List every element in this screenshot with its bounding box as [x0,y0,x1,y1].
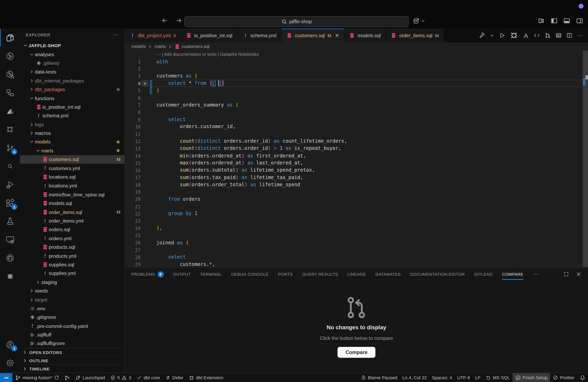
tree-item-models[interactable]: models [20,138,125,146]
code-line[interactable]: 14 min(orders.ordered_at) as first_order… [125,152,588,159]
dbt-x-filled-activity-item[interactable] [0,267,20,286]
go-forward-button[interactable] [176,17,182,24]
section-timeline[interactable]: TIMELINE [20,364,125,373]
go-back-button[interactable] [161,17,168,24]
tree-item-jaffle-shop[interactable]: JAFFLE-SHOP [20,41,125,50]
status-eol[interactable]: LF [473,373,483,382]
status-blame-paused[interactable]: Blame Paused [358,373,400,382]
tree-item-sqlfluff[interactable]: .sqlfluff [20,330,125,339]
line-number[interactable]: 19 [125,189,141,195]
line-number[interactable]: 21 [125,204,141,209]
dbt-x-outline-activity-item[interactable] [0,120,20,139]
status-problems-summary[interactable]: 53 [108,373,134,382]
code-line[interactable]: 17 sum(orders.tax_paid) as lifetime_tax_… [125,174,588,181]
status-dbt-core[interactable]: dbt core [134,373,163,382]
status-defer[interactable]: Defer [163,373,186,382]
code-line[interactable]: 28 select [125,253,588,261]
code-line[interactable]: 19 [125,188,588,196]
status-prettier[interactable]: Prettier [550,373,577,382]
more-icon[interactable] [577,32,583,38]
source-control-activity-item[interactable]: 4 [0,139,20,157]
tab-is-positive-int-sql[interactable]: is_positive_int.sql [181,29,238,42]
line-number[interactable]: 15 [125,160,141,166]
compare-button[interactable]: Compare [337,347,375,358]
panel-tab-output[interactable]: OUTPUT [173,272,190,277]
status-git-graph[interactable] [62,373,73,382]
section-outline[interactable]: OUTLINE [20,356,125,364]
search-activity-item[interactable] [0,157,20,175]
tree-item-customers-yml[interactable]: customers.yml [20,164,125,173]
line-number[interactable]: 17 [125,175,141,180]
table-icon[interactable] [555,32,562,38]
line-number[interactable]: 5 [125,88,141,93]
toggle-panel-icon[interactable] [563,17,570,24]
line-number[interactable]: 11 [125,131,141,137]
line-number[interactable]: 20 [125,196,141,202]
line-number[interactable]: 18 [125,182,141,187]
circle-branch-search-activity-item[interactable] [0,65,20,83]
line-number[interactable]: 14 [125,153,141,158]
add-line-action-button[interactable]: + [142,80,148,87]
split-editor-icon[interactable] [566,32,573,38]
account-activity-item[interactable]: 1 [0,335,20,354]
line-number[interactable]: 27 [125,247,141,253]
tab-order-items-sql[interactable]: order_items.sqlM [386,29,444,42]
tree-item-orders-sql[interactable]: orders.sql [20,225,125,234]
tree-item-customers-sql[interactable]: customers.sqlM [20,155,125,164]
tree-item-locations-sql[interactable]: locations.sql [20,173,125,181]
tree-item-order-items-sql[interactable]: order_items.sqlM [20,208,125,217]
beaker-activity-item[interactable] [0,212,20,230]
tree-item-analyses[interactable]: analyses [20,50,125,59]
tree-item-supplies-sql[interactable]: supplies.sql [20,260,125,269]
line-number[interactable]: 2 [125,66,141,72]
tree-item-locations-yml[interactable]: locations.yml [20,181,125,190]
command-center-search[interactable]: jaffle-shop [185,16,409,27]
line-number[interactable]: 26 [125,240,141,245]
code-line[interactable]: 2 [125,65,588,73]
line-number[interactable]: 12 [125,138,141,144]
dbt-x-outline-icon[interactable] [510,31,518,40]
code-line[interactable]: 6 [125,94,588,101]
code-editor[interactable]: ⋯ | Add documentation or tests | Datapil… [125,51,588,267]
line-number[interactable]: 28 [125,254,141,260]
status-finish-setup[interactable]: Finish Setup [512,373,550,382]
tree-item-order-items-yml[interactable]: order_items.yml [20,216,125,225]
code-line[interactable]: 27 [125,246,588,253]
status-git-branch[interactable]: mwong-fusion* [12,373,62,382]
tab-models-sql[interactable]: models.sql [344,29,386,42]
toggle-secondary-sidebar-icon[interactable] [576,17,583,24]
panel-more-icon[interactable] [533,271,539,277]
code-line[interactable]: 10 orders.customer_id, [125,123,588,131]
line-number[interactable]: 25 [125,232,141,238]
datapilot-a-icon[interactable] [523,32,529,38]
status-dbt-extension[interactable]: dbt Extension [186,373,226,382]
code-line[interactable]: 9 select [125,116,588,123]
settings-gear-activity-item[interactable] [0,354,20,372]
tree-item-env[interactable]: .env [20,304,125,313]
code-line[interactable]: 13 count(distinct orders.order_id) > 1 a… [125,145,588,152]
tree-item-metricflow-time-spine-sql[interactable]: metricflow_time_spine.sql [20,190,125,199]
panel-tab-ports[interactable]: PORTS [278,272,293,277]
tree-item-logs[interactable]: logs [20,120,125,129]
tree-item-products-sql[interactable]: products.sql [20,243,125,251]
line-number[interactable]: 10 [125,124,141,130]
line-number[interactable]: 3 [125,73,141,79]
panel-tab-lineage[interactable]: LINEAGE [347,272,366,277]
close-icon[interactable] [576,271,582,277]
code-line[interactable]: 24), [125,225,588,232]
code-line[interactable]: 29 customers.*, [125,261,588,267]
maximize-icon[interactable] [563,271,569,277]
status-cursor-position[interactable]: Ln 4, Col 22 [400,373,429,382]
panel-tab-query-results[interactable]: QUERY RESULTS [302,272,338,277]
chevron-down-icon[interactable] [490,33,494,38]
run-debug-activity-item[interactable] [0,175,20,194]
line-number[interactable]: 4 [125,80,141,86]
tree-item-target[interactable]: target [20,295,125,304]
panel-tab-problems[interactable]: PROBLEMS8 [131,271,164,278]
editor-scrollbar[interactable] [583,51,588,267]
remote-explorer-activity-item[interactable] [0,230,20,249]
tree-item-schema-yml[interactable]: schema.yml [20,111,125,120]
code-line[interactable]: 22 group by 1 [125,210,588,217]
code-line[interactable]: 15 max(orders.ordered_at) as last_ordere… [125,159,588,167]
code-line[interactable]: 16 sum(orders.subtotal) as lifetime_spen… [125,167,588,174]
